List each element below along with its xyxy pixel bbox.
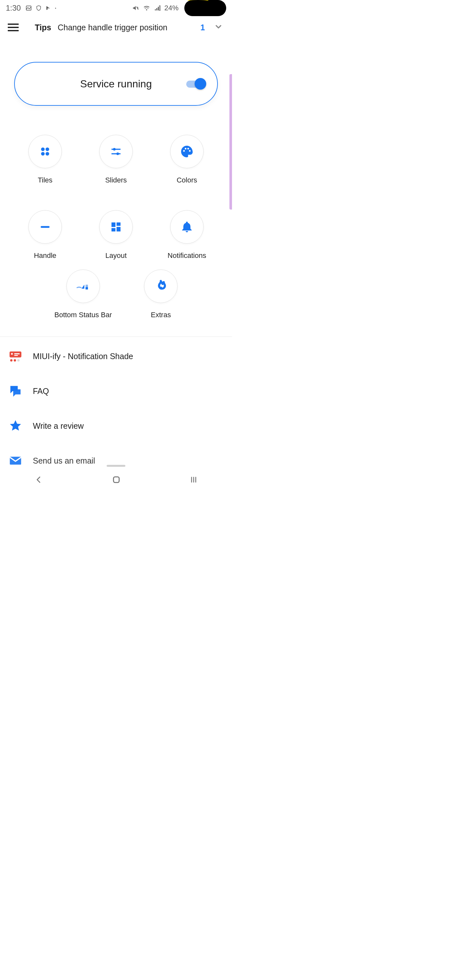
bell-icon: [170, 210, 203, 244]
star-icon: [8, 419, 22, 433]
grid-label: Notifications: [151, 251, 222, 260]
grid-label: Bottom Status Bar: [54, 311, 112, 319]
grid-item-colors[interactable]: Colors: [151, 135, 222, 185]
shield-icon: [36, 5, 41, 11]
svg-point-7: [41, 147, 44, 151]
svg-point-9: [41, 152, 44, 155]
settings-grid-row2: Bottom Status Bar Extras: [0, 269, 232, 335]
list-label: MIUI-ify - Notification Shade: [33, 352, 133, 361]
mail-icon: [8, 453, 22, 468]
list-item-faq[interactable]: FAQ: [0, 374, 232, 409]
list-label: Send us an email: [33, 456, 95, 466]
grid-item-sliders[interactable]: Sliders: [81, 135, 151, 185]
fire-icon: [144, 269, 178, 303]
svg-rect-30: [14, 355, 18, 356]
mute-vibrate-icon: [132, 5, 139, 12]
svg-point-31: [10, 359, 13, 361]
svg-point-14: [116, 153, 119, 155]
svg-rect-35: [113, 477, 119, 483]
grid-item-layout[interactable]: Layout: [81, 210, 151, 260]
list-label: FAQ: [33, 387, 49, 396]
grid-label: Colors: [151, 176, 222, 185]
sliders-icon: [99, 135, 133, 168]
svg-rect-22: [117, 223, 121, 226]
statusbar-icon: [67, 269, 100, 303]
service-switch[interactable]: [186, 79, 206, 89]
grid-item-handle[interactable]: Handle: [10, 210, 81, 260]
svg-rect-6: [159, 6, 160, 11]
clock: 1:30: [6, 3, 21, 13]
grid-label: Extras: [144, 311, 178, 319]
svg-point-32: [14, 359, 16, 361]
dot-icon: •: [55, 6, 56, 10]
svg-rect-23: [117, 227, 121, 231]
svg-point-18: [189, 150, 191, 151]
system-nav-bar: [0, 471, 232, 490]
svg-point-28: [11, 353, 13, 355]
svg-point-26: [159, 286, 162, 290]
svg-rect-25: [86, 287, 88, 290]
scroll-indicator: [229, 74, 232, 210]
svg-rect-20: [111, 223, 115, 227]
list-label: Write a review: [33, 422, 84, 431]
app-bar: Tips Change handle trigger position 1: [0, 16, 232, 39]
links-list: MIUI-ify - Notification Shade FAQ Write …: [0, 337, 232, 478]
battery-percent: 24%: [164, 4, 178, 12]
svg-point-17: [187, 148, 189, 149]
svg-point-12: [113, 148, 116, 151]
svg-point-8: [45, 147, 49, 151]
play-check-icon: [45, 5, 51, 11]
svg-point-33: [17, 359, 20, 361]
grid-item-extras[interactable]: Extras: [144, 269, 178, 319]
signal-icon: [154, 5, 161, 12]
service-toggle-card[interactable]: Service running: [14, 62, 218, 106]
service-label: Service running: [80, 78, 152, 90]
svg-point-10: [45, 152, 49, 155]
chat-icon: [8, 384, 22, 398]
app-icon: [8, 349, 22, 363]
palette-icon: [170, 135, 203, 168]
svg-rect-3: [155, 10, 156, 11]
grid-label: Layout: [81, 251, 151, 260]
settings-grid: Tiles Sliders Colors Handle: [0, 115, 232, 279]
list-item-review[interactable]: Write a review: [0, 409, 232, 443]
svg-point-15: [183, 150, 184, 151]
image-icon: [25, 5, 32, 11]
svg-rect-4: [156, 8, 157, 10]
svg-point-2: [146, 10, 147, 11]
menu-button[interactable]: [8, 24, 19, 31]
tiles-icon: [29, 135, 62, 168]
tips-count: 1: [200, 23, 205, 32]
svg-rect-21: [111, 228, 115, 232]
layout-icon: [99, 210, 133, 244]
grid-item-bottom-status[interactable]: Bottom Status Bar: [54, 269, 112, 319]
back-button[interactable]: [34, 475, 43, 485]
home-button[interactable]: [111, 475, 121, 486]
camera-hole: [184, 0, 226, 16]
grid-label: Tiles: [10, 176, 81, 185]
svg-rect-29: [14, 353, 19, 354]
svg-point-16: [184, 148, 186, 149]
recents-button[interactable]: [189, 476, 198, 485]
grid-label: Handle: [10, 251, 81, 260]
list-item-miui[interactable]: MIUI-ify - Notification Shade: [0, 339, 232, 374]
svg-rect-5: [158, 7, 159, 10]
chevron-down-icon[interactable]: [214, 22, 223, 33]
wifi-icon: [143, 5, 150, 12]
status-bar: 1:30 • 24%: [0, 0, 232, 16]
gesture-handle: [106, 465, 126, 467]
grid-item-notifications[interactable]: Notifications: [151, 210, 222, 260]
tips-label: Tips: [35, 23, 51, 32]
grid-item-tiles[interactable]: Tiles: [10, 135, 81, 185]
grid-label: Sliders: [81, 176, 151, 185]
tips-text[interactable]: Change handle trigger position: [58, 23, 168, 32]
handle-icon: [29, 210, 62, 244]
